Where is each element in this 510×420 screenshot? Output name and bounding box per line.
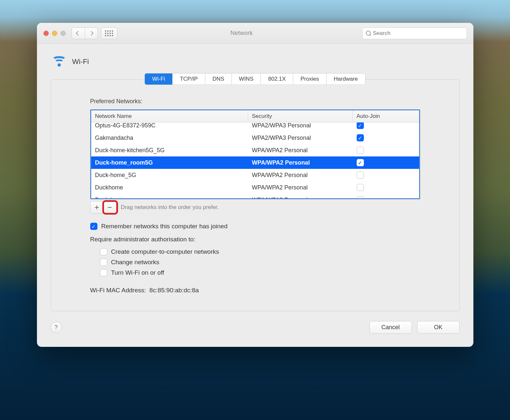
autojoin-checkbox[interactable]	[357, 147, 364, 154]
admin-option[interactable]: Change networks	[100, 259, 420, 266]
network-row[interactable]: Optus-4G-E8372-959CWPA2/WPA3 Personal	[91, 122, 419, 132]
col-security[interactable]: Security	[248, 110, 353, 122]
drag-hint: Drag networks into the order you prefer.	[121, 204, 219, 211]
autojoin-checkbox[interactable]	[357, 159, 364, 166]
show-all-button[interactable]	[101, 27, 117, 39]
autojoin-checkbox[interactable]	[357, 134, 364, 141]
network-autojoin	[353, 147, 419, 154]
panel-title: Wi-Fi	[72, 57, 89, 66]
admin-option[interactable]: Turn Wi-Fi on or off	[100, 269, 420, 276]
ok-button[interactable]: OK	[417, 321, 460, 334]
tab-proxies[interactable]: Proxies	[293, 73, 327, 85]
search-input[interactable]	[373, 30, 463, 37]
network-name: Gakmandacha	[91, 135, 248, 141]
window-title: Network	[125, 30, 359, 37]
network-autojoin	[353, 184, 419, 191]
traffic-lights	[43, 31, 66, 36]
chevron-left-icon	[76, 31, 80, 35]
network-autojoin	[353, 196, 419, 198]
network-security: WPA/WPA2 Personal	[248, 172, 353, 179]
wifi-panel: Preferred Networks: Network Name Securit…	[51, 79, 460, 311]
network-row[interactable]: GakmandachaWPA2/WPA3 Personal	[91, 132, 419, 144]
add-network-button[interactable]: +	[90, 201, 103, 214]
nav-buttons	[72, 27, 98, 39]
tab-8021x[interactable]: 802.1X	[261, 73, 293, 85]
network-row[interactable]: DuckhomeWPA/WPA2 Personal	[91, 181, 419, 194]
admin-checkbox[interactable]	[100, 259, 107, 266]
remove-network-button[interactable]: −	[103, 201, 116, 214]
options-block: Remember networks this computer has join…	[90, 223, 420, 294]
network-autojoin	[353, 122, 419, 129]
tab-dns[interactable]: DNS	[205, 73, 232, 85]
admin-checkbox[interactable]	[100, 248, 107, 255]
network-row[interactable]: Duck-homeWPA/WPA2 Personal	[91, 194, 419, 198]
wifi-icon	[51, 56, 67, 67]
grid-icon	[105, 30, 113, 36]
admin-auth-label: Require administrator authorisation to:	[90, 236, 420, 243]
window-toolbar: Network	[37, 23, 473, 44]
mac-value: 8c:85:90:ab:dc:8a	[149, 287, 199, 294]
network-name: Duck-home	[91, 197, 248, 199]
network-security: WPA2/WPA3 Personal	[248, 122, 353, 129]
chevron-right-icon	[89, 31, 93, 35]
back-button[interactable]	[72, 27, 85, 39]
autojoin-checkbox[interactable]	[357, 171, 364, 179]
remember-networks-option[interactable]: Remember networks this computer has join…	[90, 223, 420, 230]
mac-label: Wi-Fi MAC Address:	[90, 287, 146, 294]
tab-wifi[interactable]: Wi-Fi	[145, 73, 173, 85]
col-auto-join[interactable]: Auto-Join	[353, 110, 419, 122]
zoom-window-button[interactable]	[60, 31, 66, 36]
action-buttons: Cancel OK	[369, 321, 460, 334]
network-security: WPA/WPA2 Personal	[248, 147, 353, 154]
network-autojoin	[353, 159, 419, 166]
autojoin-checkbox[interactable]	[357, 184, 364, 191]
panel-header: Wi-Fi	[51, 56, 460, 67]
network-row[interactable]: Duck-home_5GWPA/WPA2 Personal	[91, 169, 419, 181]
network-row[interactable]: Duck-home-kitchen5G_5GWPA/WPA2 Personal	[91, 144, 419, 156]
network-name: Duck-home_5G	[91, 172, 248, 179]
search-field-container	[362, 27, 467, 39]
network-security: WPA/WPA2 Personal	[248, 197, 353, 199]
network-security: WPA/WPA2 Personal	[248, 184, 353, 191]
network-name: Duck-home-kitchen5G_5G	[91, 147, 248, 154]
remember-networks-checkbox[interactable]	[90, 223, 97, 230]
minimize-window-button[interactable]	[52, 31, 57, 36]
cancel-button[interactable]: Cancel	[369, 321, 412, 334]
window-body: Wi-Fi Wi-FiTCP/IPDNSWINS802.1XProxiesHar…	[37, 44, 473, 347]
admin-auth-options: Create computer-to-computer networksChan…	[100, 248, 420, 276]
admin-option-label: Create computer-to-computer networks	[111, 248, 219, 255]
table-header: Network Name Security Auto-Join	[91, 110, 419, 122]
network-autojoin	[353, 134, 419, 141]
network-security: WPA2/WPA3 Personal	[248, 135, 353, 141]
network-name: Optus-4G-E8372-959C	[91, 122, 248, 129]
search-icon	[366, 31, 371, 36]
mac-address-row: Wi-Fi MAC Address: 8c:85:90:ab:dc:8a	[90, 287, 420, 294]
table-tools: + − Drag networks into the order you pre…	[90, 201, 420, 214]
remember-networks-label: Remember networks this computer has join…	[101, 223, 228, 230]
tab-hardware[interactable]: Hardware	[327, 73, 365, 85]
autojoin-checkbox[interactable]	[357, 122, 364, 129]
network-row[interactable]: Duck-home_room5GWPA/WPA2 Personal	[91, 156, 419, 169]
autojoin-checkbox[interactable]	[357, 196, 364, 198]
minus-icon: −	[107, 203, 112, 212]
forward-button[interactable]	[85, 27, 98, 39]
tab-bar: Wi-FiTCP/IPDNSWINS802.1XProxiesHardware	[144, 73, 365, 85]
table-body[interactable]: Optus-4G-E8372-959CWPA2/WPA3 PersonalGak…	[91, 122, 419, 198]
col-network-name[interactable]: Network Name	[91, 110, 248, 122]
network-prefs-window: Network Wi-Fi Wi-FiTCP/IPDNSWINS802.1XPr…	[37, 23, 473, 347]
bottom-row: ? Cancel OK	[51, 321, 460, 334]
help-button[interactable]: ?	[51, 322, 62, 333]
network-name: Duckhome	[91, 184, 248, 191]
admin-option-label: Change networks	[111, 259, 160, 266]
network-security: WPA/WPA2 Personal	[248, 159, 353, 166]
tab-wins[interactable]: WINS	[232, 73, 261, 85]
network-name: Duck-home_room5G	[91, 159, 248, 166]
admin-option-label: Turn Wi-Fi on or off	[111, 269, 164, 276]
tab-tcpip[interactable]: TCP/IP	[173, 73, 205, 85]
network-autojoin	[353, 171, 419, 179]
admin-checkbox[interactable]	[100, 269, 107, 276]
preferred-networks-table: Network Name Security Auto-Join Optus-4G…	[90, 109, 420, 199]
close-window-button[interactable]	[43, 31, 49, 36]
admin-option[interactable]: Create computer-to-computer networks	[100, 248, 420, 255]
preferred-networks-label: Preferred Networks:	[90, 98, 420, 105]
